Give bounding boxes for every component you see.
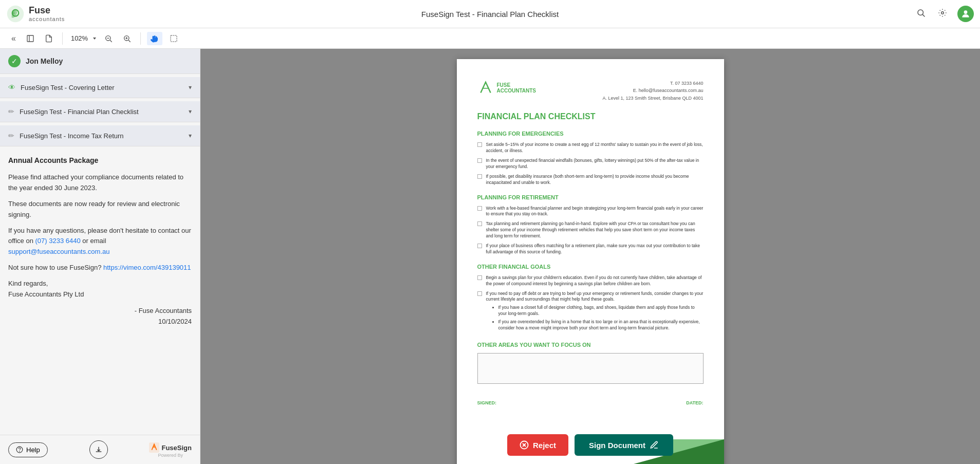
zoom-out-button[interactable] [101,32,116,45]
doc-name-2: FuseSign Test - Income Tax Return [20,132,183,140]
doc-address: A. Level 1, 123 Smith Street, Brisbane Q… [602,95,703,102]
help-label: Help [26,446,40,454]
svg-text:F: F [12,11,15,16]
sub-item-2-1: If you are overextended by living in a h… [498,319,704,331]
signature-row: SIGNED: DATED: [477,394,704,405]
letter-title: Annual Accounts Package [8,155,192,166]
section-title-3: OTHER AREAS YOU WANT TO FOCUS ON [477,342,704,348]
reject-button[interactable]: Reject [507,434,568,456]
checklist-item-0-1: In the event of unexpected financial win… [477,158,704,170]
letter-p3: If you have any questions, please don't … [8,226,192,257]
other-areas-textbox[interactable] [477,353,704,384]
section-title-0: PLANNING FOR EMERGENCIES [477,131,704,137]
sign-pen-icon [650,440,659,450]
checkbox-1-0[interactable] [477,206,482,211]
sidebar: ✓ Jon Melloy 👁 FuseSign Test - Covering … [0,49,200,464]
action-bar: Reject Sign Document [200,426,980,464]
doc-item-income-tax[interactable]: ✏ FuseSign Test - Income Tax Return ▾ [0,125,200,146]
help-button[interactable]: Help [8,442,48,457]
doc-phone: T. 07 3233 6440 [602,80,703,87]
hand-icon [150,34,159,43]
selection-tool-button[interactable] [167,32,181,45]
svg-line-11 [110,40,112,42]
header: F Fuse accountants FuseSign Test - Finan… [0,0,980,28]
phone-link[interactable]: (07) 3233 6440 [35,237,81,245]
letter-body: Annual Accounts Package Please find atta… [0,146,200,464]
email-link[interactable]: support@fuseaccountants.com.au [8,248,109,255]
svg-point-18 [20,451,20,452]
doc-contact: T. 07 3233 6440 E. hello@fuseaccountants… [602,80,703,102]
sidebar-footer: Help FuseSign Powered By [0,435,200,464]
separator-2 [140,32,141,45]
checkbox-0-0[interactable] [477,142,482,147]
powered-by-sub: Powered By [158,453,183,458]
main-content: ✓ Jon Melloy 👁 FuseSign Test - Covering … [0,49,980,464]
user-check-icon: ✓ [8,55,21,67]
chevron-down-icon-2: ▾ [189,132,192,139]
doc-company-name: FUSE ACCOUNTANTS [497,82,536,94]
checkbox-2-1[interactable] [477,291,482,296]
hand-tool-button[interactable] [147,32,162,45]
doc-name-1: FuseSign Test - Financial Plan Checklist [20,108,183,116]
letter-p1: Please find attached your compliance doc… [8,172,192,194]
checklist-item-1-0: Work with a fee-based financial planner … [477,206,704,218]
search-button[interactable] [914,6,928,22]
doc-header: FUSE ACCOUNTANTS T. 07 3233 6440 E. hell… [477,80,704,102]
page-title: FuseSign Test - Financial Plan Checklist [421,10,559,18]
svg-point-5 [941,11,944,14]
reject-icon [520,440,529,450]
section-checklist-2: Begin a savings plan for your children's… [477,275,704,333]
document-viewer[interactable]: FUSE ACCOUNTANTS T. 07 3233 6440 E. hell… [200,49,980,464]
powered-by: FuseSign Powered By [149,441,192,458]
checkbox-0-2[interactable] [477,174,482,179]
logo: F Fuse accountants [6,5,65,23]
section-title-2: OTHER FINANCIAL GOALS [477,264,704,270]
zoom-in-icon [123,34,131,43]
letter-signature: - Fuse Accountants 10/10/2024 [8,306,192,327]
header-actions [914,6,974,22]
fusesign-label: FuseSign [161,444,192,452]
zoom-in-button[interactable] [120,32,134,45]
checklist-item-2-1: If you need to pay off debt or are tryin… [477,291,704,333]
sub-item-2-0: If you have a closet full of designer cl… [498,305,704,317]
doc-item-covering-letter[interactable]: 👁 FuseSign Test - Covering Letter ▾ [0,77,200,98]
logo-main: Fuse [29,6,65,16]
chevron-down-icon-0: ▾ [189,84,192,91]
collapse-sidebar-button[interactable]: « [8,32,19,45]
doc-email: E. hello@fuseaccountants.com.au [602,87,703,94]
checkbox-2-0[interactable] [477,275,482,280]
sub-list-2: If you have a closet full of designer cl… [498,305,704,331]
doc-item-financial-plan[interactable]: ✏ FuseSign Test - Financial Plan Checkli… [0,101,200,122]
checklist-item-0-2: If possible, get disability insurance (b… [477,174,704,186]
doc-pencil-icon-1: ✏ [8,107,14,116]
doc-logo: FUSE ACCOUNTANTS [477,80,536,96]
file-info-button[interactable] [42,32,56,45]
svg-line-15 [128,40,131,42]
zoom-control[interactable]: 102% [69,33,97,43]
checklist-item-1-1: Tax planning and retirement planning go … [477,221,704,239]
toolbar: « 102% [0,28,980,49]
doc-name-0: FuseSign Test - Covering Letter [21,84,183,91]
vimeo-link[interactable]: https://vimeo.com/439139011 [103,264,191,271]
separator-1 [62,32,63,45]
download-button[interactable] [89,440,108,459]
checkbox-1-2[interactable] [477,244,482,248]
sign-document-button[interactable]: Sign Document [575,434,673,456]
panel-view-button[interactable] [23,32,38,45]
doc-logo-icon [477,80,494,96]
sign-label: Sign Document [589,441,645,450]
checklist-item-1-2: If your place of business offers matchin… [477,243,704,255]
svg-point-20 [153,446,155,448]
svg-point-3 [918,10,923,15]
svg-rect-7 [27,35,33,42]
letter-p5: Kind regards,Fuse Accountants Pty Ltd [8,279,192,300]
zoom-out-icon [104,34,113,43]
settings-button[interactable] [936,6,949,22]
fusesign-icon [149,442,159,453]
checkbox-0-1[interactable] [477,158,482,163]
checkbox-1-1[interactable] [477,221,482,226]
zoom-value[interactable]: 102% [69,33,90,43]
svg-point-6 [964,10,968,14]
fuse-logo-icon: F [6,5,25,23]
dated-label: DATED: [686,400,703,405]
